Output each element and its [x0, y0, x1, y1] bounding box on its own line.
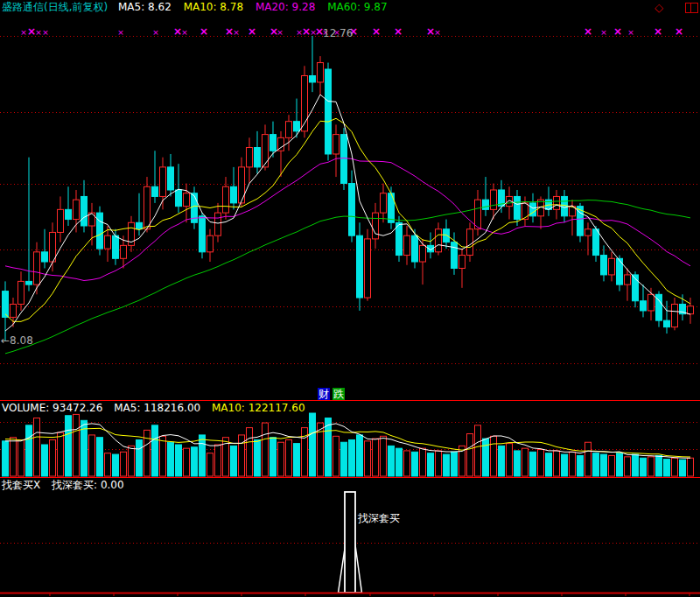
candle-body	[318, 63, 324, 82]
left-arrow-icon: ←	[1, 334, 10, 347]
signal-chart[interactable]: 找深套买	[0, 478, 700, 597]
candle-body	[223, 186, 229, 213]
volume-bar	[601, 454, 607, 476]
candle-body	[113, 235, 119, 258]
volume-bar	[278, 442, 284, 476]
candle-body	[357, 235, 363, 298]
volume-bar	[530, 452, 536, 476]
volume-bar	[341, 442, 347, 476]
candle-body	[200, 216, 206, 252]
volume-bar	[475, 425, 481, 476]
ma60-value: MA60: 9.87	[327, 0, 387, 15]
candle-body	[74, 200, 80, 219]
volume-bar	[404, 451, 410, 476]
volume-bar	[105, 453, 111, 476]
candlestick-chart[interactable]: ×××××××××××××××××××××××××××××××	[0, 15, 700, 400]
volume-bar	[672, 458, 678, 476]
signal-spike	[345, 492, 355, 593]
volume-bar	[121, 452, 127, 476]
volume-bar	[688, 458, 694, 476]
candle-body	[152, 186, 158, 196]
x-mark-icon: ×	[42, 28, 49, 37]
candle-body	[609, 258, 615, 275]
candle-body	[66, 209, 72, 219]
x-mark-icon: ×	[233, 28, 240, 37]
volume-bar	[247, 428, 253, 476]
candle-body	[215, 213, 221, 235]
volume-bar	[262, 423, 269, 476]
diamond-icon[interactable]: ◇	[654, 0, 663, 15]
volume-bar	[420, 448, 426, 476]
volume-bar	[412, 452, 418, 476]
volume-bar	[625, 457, 631, 476]
candle-body	[121, 245, 127, 258]
volume-bar	[144, 430, 150, 476]
ma10-line	[5, 118, 690, 321]
app-window: 盛路通信(日线,前复权) MA5: 8.62 MA10: 8.78 MA20: …	[0, 0, 700, 597]
stock-title: 盛路通信(日线,前复权)	[2, 0, 108, 15]
x-mark-icon: ×	[600, 28, 607, 37]
candle-body	[207, 235, 214, 252]
volume-bar	[349, 439, 355, 476]
x-mark-icon: ×	[181, 28, 188, 37]
candle-body	[81, 196, 88, 226]
volume-bar	[538, 450, 544, 476]
volume-bar	[388, 446, 395, 476]
x-mark-icon: ×	[627, 28, 634, 37]
volume-chart[interactable]	[0, 400, 700, 478]
volume-bar	[546, 453, 552, 476]
volume-bar	[215, 445, 221, 476]
candle-body	[144, 186, 150, 228]
volume-bar	[633, 454, 639, 476]
volume-bar	[168, 442, 174, 476]
candle-body	[593, 229, 599, 256]
candle-body	[333, 135, 340, 154]
candle-body	[412, 235, 418, 262]
volume-bar	[333, 436, 340, 476]
volume-bar	[554, 451, 560, 476]
volume-bar	[357, 435, 363, 476]
candle-body	[349, 184, 355, 236]
candle-body	[10, 304, 17, 317]
x-mark-icon: ×	[613, 25, 622, 38]
candle-body	[373, 213, 379, 239]
candle-body	[50, 232, 56, 262]
volume-bar	[562, 454, 568, 476]
candle-body	[97, 213, 103, 249]
candle-body	[42, 252, 48, 262]
volume-bar	[381, 436, 387, 476]
volume-bar	[294, 444, 300, 476]
volume-bar	[58, 432, 64, 476]
badge-finance[interactable]: 财	[318, 388, 330, 401]
volume-bar	[648, 457, 654, 476]
candle-body	[160, 167, 166, 197]
volume-bar	[34, 418, 40, 476]
candle-body	[231, 186, 237, 203]
badge-fall[interactable]: 跌	[332, 388, 345, 401]
candle-body	[34, 252, 40, 284]
volume-bar	[396, 448, 402, 476]
volume-bar	[3, 441, 9, 476]
volume-bar	[499, 446, 505, 476]
volume-bar	[231, 446, 237, 476]
candle-body	[255, 148, 261, 167]
volume-bar	[286, 439, 292, 476]
candle-body	[467, 229, 473, 256]
volume-bar	[640, 458, 647, 476]
candle-body	[625, 275, 631, 284]
volume-bar	[270, 438, 276, 476]
x-mark-icon: ×	[434, 28, 441, 37]
split-window-icon[interactable]	[685, 3, 698, 13]
candle-body	[294, 122, 300, 131]
volume-bar	[74, 414, 80, 476]
candle-body	[176, 190, 182, 207]
candle-body	[664, 320, 670, 327]
volume-bar	[89, 435, 95, 476]
volume-bar	[18, 439, 24, 476]
volume-bar	[609, 455, 615, 476]
volume-bar	[514, 451, 521, 476]
x-mark-icon: ×	[372, 25, 381, 38]
volume-bar	[570, 452, 576, 476]
ma20-line	[5, 158, 690, 281]
candle-body	[444, 229, 450, 242]
